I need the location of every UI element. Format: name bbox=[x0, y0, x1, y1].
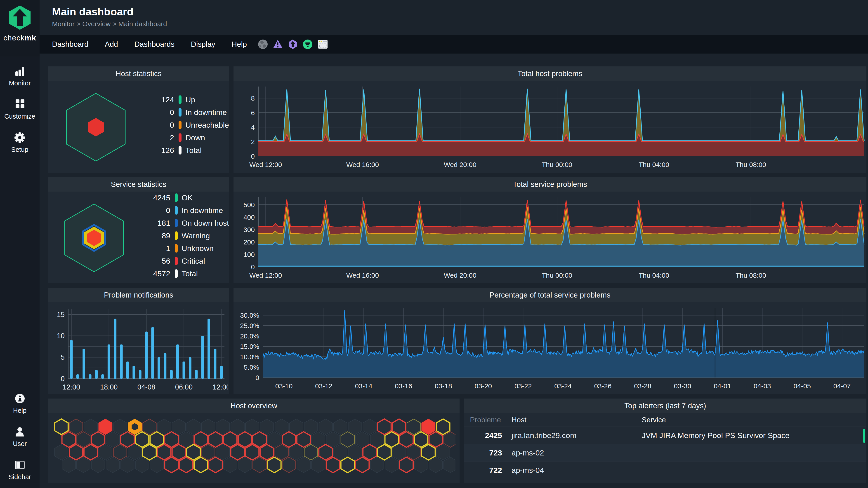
host-hexagon[interactable] bbox=[363, 445, 377, 460]
host-hexagon[interactable] bbox=[289, 445, 303, 460]
table-row[interactable]: 723 ap-ms-02 bbox=[464, 445, 866, 462]
host-hexagon[interactable] bbox=[355, 457, 369, 473]
host-hexagon[interactable] bbox=[348, 445, 362, 460]
host-hexagon[interactable] bbox=[400, 432, 413, 447]
sidebar-item-user[interactable]: User bbox=[13, 426, 27, 448]
legend-item-ok[interactable]: 4245OK bbox=[144, 193, 229, 202]
host-hexagon[interactable] bbox=[223, 457, 237, 473]
host-hexagon[interactable] bbox=[150, 432, 164, 447]
column-header-service[interactable]: Service bbox=[642, 416, 863, 424]
host-hexagon[interactable] bbox=[187, 445, 200, 460]
sidebar-item-monitor[interactable]: Monitor bbox=[9, 66, 31, 87]
column-header-problems[interactable]: Probleme bbox=[470, 416, 508, 424]
host-hexagon[interactable] bbox=[223, 432, 237, 447]
host-hexagon[interactable] bbox=[311, 457, 325, 473]
host-hexagon[interactable] bbox=[297, 457, 310, 473]
menu-display[interactable]: Display bbox=[191, 40, 215, 48]
host-hexagon[interactable] bbox=[370, 432, 384, 447]
host-hexagon[interactable] bbox=[165, 432, 178, 447]
host-hexagon[interactable] bbox=[62, 432, 75, 447]
host-hexagon[interactable] bbox=[260, 445, 274, 460]
host-hexagon[interactable] bbox=[304, 419, 318, 435]
host-hexagon[interactable] bbox=[121, 457, 134, 473]
menu-help[interactable]: Help bbox=[231, 40, 247, 48]
legend-item-on-down-host[interactable]: 181On down host bbox=[144, 219, 229, 228]
host-hexagon[interactable] bbox=[231, 419, 244, 435]
host-hexagon[interactable] bbox=[304, 445, 318, 460]
host-hexagon[interactable] bbox=[341, 432, 354, 447]
host-hexagon[interactable] bbox=[157, 445, 171, 460]
host-hexagon[interactable] bbox=[297, 432, 310, 447]
host-hexagon[interactable] bbox=[429, 432, 442, 447]
host-hexagon[interactable] bbox=[202, 445, 215, 460]
host-hexagon[interactable] bbox=[84, 445, 98, 460]
host-hexagon[interactable] bbox=[128, 445, 142, 460]
host-hexagon[interactable] bbox=[55, 445, 68, 460]
host-hexagon[interactable] bbox=[69, 445, 83, 460]
host-hexagon[interactable] bbox=[246, 419, 259, 435]
checkmk-logo[interactable]: checkmk bbox=[0, 0, 39, 57]
host-hexagon[interactable] bbox=[378, 419, 391, 435]
legend-item-warning[interactable]: 89Warning bbox=[144, 231, 229, 240]
legend-item-in-downtime[interactable]: 0In downtime bbox=[147, 108, 229, 117]
host-hexagon[interactable] bbox=[180, 432, 193, 447]
host-hexagon[interactable] bbox=[444, 457, 456, 473]
host-hexagon[interactable] bbox=[414, 457, 428, 473]
host-hexagon[interactable] bbox=[275, 445, 288, 460]
legend-item-up[interactable]: 124Up bbox=[147, 95, 229, 104]
sidebar-item-setup[interactable]: Setup bbox=[11, 132, 29, 153]
host-hexagon[interactable] bbox=[326, 457, 340, 473]
host-hexagon[interactable] bbox=[414, 432, 428, 447]
host-hexagon[interactable] bbox=[326, 432, 340, 447]
host-hexagon[interactable] bbox=[55, 419, 68, 435]
host-hexagon[interactable] bbox=[106, 432, 120, 447]
host-hexagon[interactable] bbox=[289, 419, 303, 435]
host-hexagon[interactable] bbox=[429, 457, 442, 473]
host-hexagon[interactable] bbox=[76, 432, 90, 447]
host-hexagon[interactable] bbox=[436, 419, 450, 435]
host-hexagon[interactable] bbox=[407, 419, 421, 435]
host-hexagon[interactable] bbox=[165, 457, 178, 473]
legend-item-unknown[interactable]: 1Unknown bbox=[144, 244, 229, 253]
host-hexagon[interactable] bbox=[202, 419, 215, 435]
host-hexagon[interactable] bbox=[209, 457, 222, 473]
host-hexagon[interactable] bbox=[62, 457, 75, 473]
host-hexagon[interactable] bbox=[268, 432, 281, 447]
host-hexagon[interactable] bbox=[422, 445, 435, 460]
host-hexagon[interactable] bbox=[370, 457, 384, 473]
host-hexagon[interactable] bbox=[385, 457, 399, 473]
host-hexagon[interactable] bbox=[135, 457, 149, 473]
host-hexagon[interactable] bbox=[172, 419, 186, 435]
host-hexagon[interactable] bbox=[84, 419, 98, 435]
host-hexagon[interactable] bbox=[341, 457, 354, 473]
host-hexagon[interactable] bbox=[260, 419, 274, 435]
host-hexagon[interactable] bbox=[91, 457, 105, 473]
host-hexagon[interactable] bbox=[334, 445, 347, 460]
host-hexagon[interactable] bbox=[253, 457, 266, 473]
warning-triangle-icon[interactable] bbox=[273, 39, 283, 50]
host-hexagon[interactable] bbox=[253, 432, 266, 447]
host-hexagon[interactable] bbox=[216, 419, 230, 435]
host-hexagon[interactable] bbox=[180, 457, 193, 473]
globe-icon[interactable] bbox=[258, 39, 268, 50]
host-hexagon[interactable] bbox=[69, 419, 83, 435]
sidebar-item-sidebar-toggle[interactable]: Sidebar bbox=[8, 459, 31, 481]
host-hexagon[interactable] bbox=[150, 457, 164, 473]
host-hexagon[interactable] bbox=[393, 419, 406, 435]
legend-item-critical[interactable]: 56Critical bbox=[144, 256, 229, 265]
host-hexagon[interactable] bbox=[334, 419, 347, 435]
host-hexagon[interactable] bbox=[194, 432, 208, 447]
legend-item-total[interactable]: 126Total bbox=[147, 146, 229, 155]
host-hexagon[interactable] bbox=[282, 432, 296, 447]
host-hexagon[interactable] bbox=[121, 432, 134, 447]
filter-icon[interactable] bbox=[303, 39, 313, 50]
menu-add[interactable]: Add bbox=[105, 40, 118, 48]
host-hexagon[interactable] bbox=[135, 432, 149, 447]
menu-dashboards[interactable]: Dashboards bbox=[134, 40, 175, 48]
host-hexagon[interactable] bbox=[143, 445, 156, 460]
host-hexagon[interactable] bbox=[113, 445, 127, 460]
column-header-host[interactable]: Host bbox=[508, 416, 642, 424]
host-hexagon[interactable] bbox=[99, 419, 112, 435]
host-hexagon[interactable] bbox=[282, 457, 296, 473]
host-hexagon[interactable] bbox=[355, 432, 369, 447]
